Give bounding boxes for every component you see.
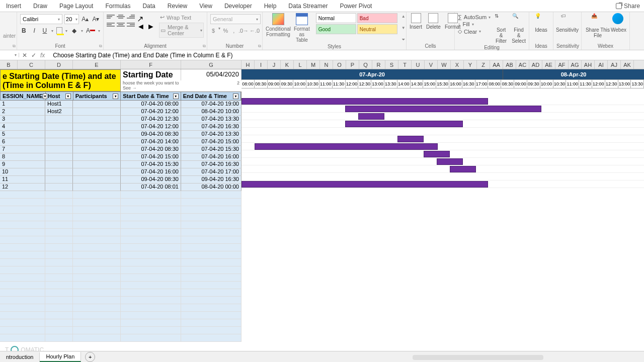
column-header[interactable]: E — [73, 60, 121, 69]
column-header[interactable]: AA — [490, 60, 503, 69]
filter-arrow-icon[interactable]: ▼ — [233, 94, 238, 99]
increase-decimal-icon[interactable]: .0→ — [239, 26, 248, 35]
sensitivity-button[interactable]: 🏷Sensitivity — [556, 13, 578, 33]
table-header-cell[interactable]: End Date & Time▼ — [181, 92, 241, 100]
increase-font-icon[interactable]: A▴ — [81, 15, 90, 24]
column-header[interactable]: B — [0, 60, 18, 69]
column-header[interactable]: L — [294, 60, 307, 69]
gantt-row[interactable] — [242, 98, 644, 105]
dialog-launcher-icon[interactable]: ⧉ — [99, 44, 102, 49]
table-row[interactable]: 1207-04-20 08:0108-04-20 00:00 — [0, 184, 242, 191]
border-button[interactable] — [56, 27, 62, 34]
starting-date-label[interactable]: Starting Date — [121, 69, 181, 80]
column-header[interactable]: G — [181, 60, 242, 69]
conditional-formatting-button[interactable]: Conditional Formatting — [266, 13, 291, 43]
column-header[interactable]: AC — [516, 60, 529, 69]
column-header[interactable]: S — [385, 60, 398, 69]
starting-date-value[interactable]: 05/04/2020 — [181, 69, 242, 80]
empty-row[interactable] — [0, 236, 242, 244]
empty-row[interactable] — [0, 312, 242, 319]
add-sheet-button[interactable]: + — [85, 352, 95, 362]
gantt-row[interactable] — [242, 120, 644, 128]
column-header[interactable]: AF — [555, 60, 569, 69]
empty-row[interactable] — [0, 289, 242, 297]
align-top-icon[interactable] — [107, 14, 115, 21]
table-row[interactable]: 407-04-20 12:0007-04-20 16:30 — [0, 123, 242, 131]
column-header[interactable]: Z — [477, 60, 490, 69]
table-header-cell[interactable]: Start Date & Time▼ — [121, 92, 181, 100]
insert-cells-button[interactable]: Insert — [410, 13, 422, 30]
gantt-row[interactable] — [242, 135, 644, 143]
column-header[interactable]: AJ — [608, 60, 621, 69]
column-header[interactable]: AE — [542, 60, 555, 69]
gantt-bar[interactable] — [345, 121, 463, 127]
decrease-indent-icon[interactable]: ◄ — [137, 22, 145, 29]
column-header[interactable]: J — [268, 60, 281, 69]
filter-arrow-icon[interactable]: ▼ — [113, 94, 118, 99]
table-row[interactable]: 907-04-20 15:3007-04-20 16:30 — [0, 161, 242, 168]
sheet-tab-hourly-plan[interactable]: Hourly Plan — [40, 352, 81, 362]
empty-row[interactable] — [0, 319, 242, 327]
column-header[interactable]: AD — [529, 60, 542, 69]
gantt-row[interactable] — [242, 150, 644, 158]
ribbon-tab[interactable]: Review — [162, 1, 193, 12]
gantt-bar[interactable] — [358, 113, 384, 120]
gantt-row[interactable] — [242, 173, 644, 180]
webex-button[interactable]: Webex — [611, 13, 626, 38]
font-name-dropdown[interactable]: Calibri▾ — [20, 14, 62, 24]
percent-button[interactable]: % — [222, 26, 228, 35]
column-header[interactable]: V — [425, 60, 438, 69]
ribbon-tab[interactable]: Formulas — [99, 1, 136, 12]
find-select-button[interactable]: 🔍Find & Select — [512, 13, 526, 44]
empty-row[interactable] — [0, 229, 242, 236]
dialog-launcher-icon[interactable]: ⧉ — [258, 44, 261, 49]
fill-button[interactable]: ↓ Fill ▾ — [458, 21, 491, 27]
confirm-formula-button[interactable]: ✓ — [31, 52, 36, 59]
empty-row[interactable] — [0, 244, 242, 251]
cell-style-neutral[interactable]: Neutral — [357, 24, 397, 34]
week-value[interactable]: 2 — [181, 80, 242, 87]
style-more-icon[interactable]: ⏷ — [401, 37, 406, 42]
empty-row[interactable] — [0, 206, 242, 214]
merge-center-button[interactable]: ▭ Merge & Center ▾ — [159, 23, 204, 38]
cell-style-normal[interactable]: Normal — [316, 13, 356, 23]
align-left-icon[interactable] — [107, 22, 115, 29]
table-header-cell[interactable]: ESSION_NAME▼ — [1, 92, 46, 100]
column-header[interactable]: AB — [503, 60, 516, 69]
decrease-decimal-icon[interactable]: ←.0 — [250, 26, 259, 35]
table-header-cell[interactable]: Host▼ — [46, 92, 73, 100]
increase-indent-icon[interactable]: ► — [147, 22, 155, 29]
column-header[interactable]: H — [242, 60, 255, 69]
font-color-button[interactable]: A — [86, 26, 95, 35]
empty-row[interactable] — [0, 304, 242, 312]
align-center-icon[interactable] — [117, 22, 125, 29]
gantt-row[interactable] — [242, 105, 644, 113]
decrease-font-icon[interactable]: A▾ — [92, 15, 100, 24]
italic-button[interactable]: I — [31, 26, 38, 35]
gantt-bar[interactable] — [450, 166, 476, 172]
column-header[interactable]: K — [281, 60, 294, 69]
ribbon-tab[interactable]: Insert — [0, 1, 27, 12]
gantt-bar[interactable] — [397, 136, 424, 142]
share-button[interactable]: Share — [612, 1, 644, 12]
table-row[interactable]: 607-04-20 14:0007-04-20 15:00 — [0, 138, 242, 146]
wrap-text-button[interactable]: ↩ Wrap Text — [159, 13, 204, 22]
column-header[interactable]: N — [320, 60, 333, 69]
format-painter[interactable]: ainter — [3, 33, 14, 39]
column-header[interactable]: Q — [359, 60, 372, 69]
format-as-table-button[interactable]: Format as Table — [294, 13, 310, 43]
formula-input[interactable]: Choose Starting Date (Time) and End Date… — [51, 52, 644, 59]
column-header[interactable]: R — [372, 60, 385, 69]
name-box[interactable]: ▾ — [0, 53, 19, 57]
column-header[interactable]: AK — [621, 60, 634, 69]
empty-row[interactable] — [0, 297, 242, 304]
ideas-button[interactable]: 💡Ideas — [532, 13, 550, 33]
gantt-bar[interactable] — [437, 158, 463, 165]
sheet-tab-introduction[interactable]: ntroduction — [0, 352, 40, 361]
column-header[interactable]: AI — [595, 60, 608, 69]
ribbon-tab[interactable]: Power Pivot — [334, 1, 378, 12]
empty-row[interactable] — [0, 221, 242, 229]
table-header-cell[interactable]: Participants▼ — [73, 92, 121, 100]
autosum-button[interactable]: ∑ AutoSum ▾ — [458, 14, 491, 20]
table-row[interactable]: 707-04-20 08:3007-04-20 15:30 — [0, 146, 242, 153]
